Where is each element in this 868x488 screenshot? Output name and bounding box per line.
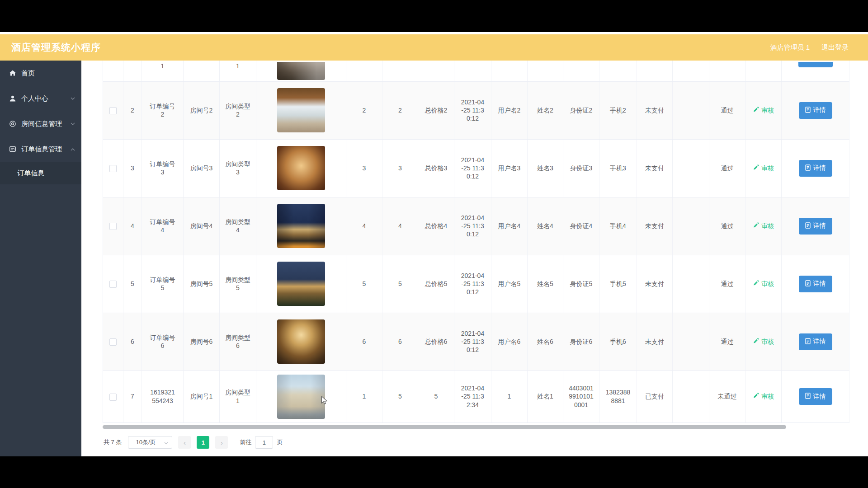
order-time: 2021-04-25 11:30:12 [454,197,491,255]
room-image[interactable] [277,319,325,364]
cell-value: 订单编号4 [150,218,175,234]
room-image[interactable] [277,262,325,306]
audit-link[interactable]: 审核 [753,106,774,114]
room-number: 房间号3 [184,139,220,197]
home-icon [9,70,16,77]
cell-value: 手机4 [610,222,626,230]
audit-status: 未通过 [709,371,745,422]
order-time: 2021-04-25 11:30:12 [454,255,491,313]
phone-number: 13823888881 [599,371,637,422]
audit-link[interactable]: 审核 [753,338,774,346]
room-image [256,61,346,81]
row-checkbox[interactable] [109,394,117,401]
phone-number: 手机2 [599,81,637,139]
cell-value: 2 [398,107,402,114]
document-icon [805,338,811,346]
prev-page-button[interactable]: ‹ [178,436,191,449]
cell-value: 4 [363,222,366,230]
page-unit-label: 页 [277,438,283,446]
phone-number: 手机5 [599,255,637,313]
order-number: 订单编号5 [142,255,184,313]
detail-button[interactable]: 详情 [799,333,832,350]
num-col-1: 3 [346,139,382,197]
row-checkbox[interactable] [109,165,117,172]
orders-table: 112订单编号2房间号2房间类型222总价格22021-04-25 11:30:… [103,61,849,423]
audit-link[interactable]: 审核 [753,222,774,230]
cell-value: 用户名3 [498,164,521,172]
cell-value: 手机5 [610,280,626,287]
room-image[interactable] [277,146,325,190]
room-image [256,371,346,422]
audit-status: 通过 [709,139,745,197]
order-number: 订单编号3 [142,139,184,197]
detail-button[interactable] [798,62,833,67]
username [491,61,528,81]
detail-button[interactable]: 详情 [799,160,832,177]
audit-link[interactable]: 审核 [753,392,774,400]
audit-label: 审核 [761,392,774,400]
row-checkbox[interactable] [109,281,117,288]
table-row: 11 [103,61,849,81]
detail-button[interactable]: 详情 [799,102,832,119]
num-col-2: 4 [382,197,418,255]
sidebar-item-home[interactable]: 首页 [0,61,81,86]
audit-link[interactable]: 审核 [753,280,774,288]
select-checkbox [103,313,123,371]
cell-value: 4 [398,222,402,230]
detail-button: 详情 [782,371,849,422]
cell-value: 未支付 [645,280,664,287]
detail-button[interactable]: 详情 [799,218,832,235]
page-size-select[interactable]: 10条/页 [128,436,172,449]
detail-label: 详情 [813,338,826,346]
cell-value: 房间类型3 [225,160,250,176]
select-checkbox [103,61,123,81]
audit-link[interactable]: 审核 [753,164,774,172]
pay-status: 已支付 [637,371,673,422]
detail-button[interactable]: 详情 [799,276,832,292]
detail-button [782,61,849,81]
room-image[interactable] [277,204,325,248]
blank-col [673,255,709,313]
cell-value: 身份证6 [570,338,593,345]
cell-value: 2 [131,107,134,114]
sidebar-item-room-management[interactable]: 房间信息管理 [0,111,81,136]
room-image[interactable] [277,62,325,80]
next-page-button[interactable]: › [215,436,228,449]
logout-link[interactable]: 退出登录 [821,43,849,52]
sidebar-item-order-management[interactable]: 订单信息管理 [0,136,81,162]
goto-page-input[interactable] [255,436,273,449]
real-name: 姓名2 [528,81,563,139]
cell-value: 6 [363,338,366,345]
sidebar-item-personal-center[interactable]: 个人中心 [0,86,81,111]
audit-link: 审核 [745,371,782,422]
cell-value: 房间号5 [190,280,213,287]
page-1-button[interactable]: 1 [197,436,209,449]
audit-label: 审核 [761,338,774,346]
cell-value: 2021-04-25 11:30:12 [461,214,484,238]
detail-button: 详情 [782,139,849,197]
row-checkbox[interactable] [109,223,117,230]
total-price: 总价格4 [418,197,454,255]
cell-value: 用户名4 [498,222,521,230]
cell-value: 总价格4 [425,222,448,230]
pay-status: 未支付 [637,81,673,139]
cell-value: 1 [161,62,165,70]
document-icon [805,107,811,114]
room-image[interactable] [277,88,325,132]
room-type: 房间类型6 [220,313,256,371]
row-checkbox[interactable] [109,107,117,114]
cell-value: 通过 [721,107,734,114]
num-col-2: 5 [382,371,418,422]
sidebar-item-label: 个人中心 [21,94,48,103]
horizontal-scrollbar-thumb[interactable] [103,425,786,429]
detail-button[interactable]: 详情 [799,388,832,405]
cell-value: 身份证5 [570,280,593,287]
room-image[interactable] [277,375,325,419]
cell-value: 用户名2 [498,107,521,114]
cell-value: 未通过 [718,393,737,400]
sidebar-subitem-order-info[interactable]: 订单信息 [0,162,81,184]
room-type: 房间类型2 [220,81,256,139]
row-checkbox[interactable] [109,338,117,346]
orders-table-area: 112订单编号2房间号2房间类型222总价格22021-04-25 11:30:… [103,61,849,423]
cell-value: 未支付 [645,222,664,230]
